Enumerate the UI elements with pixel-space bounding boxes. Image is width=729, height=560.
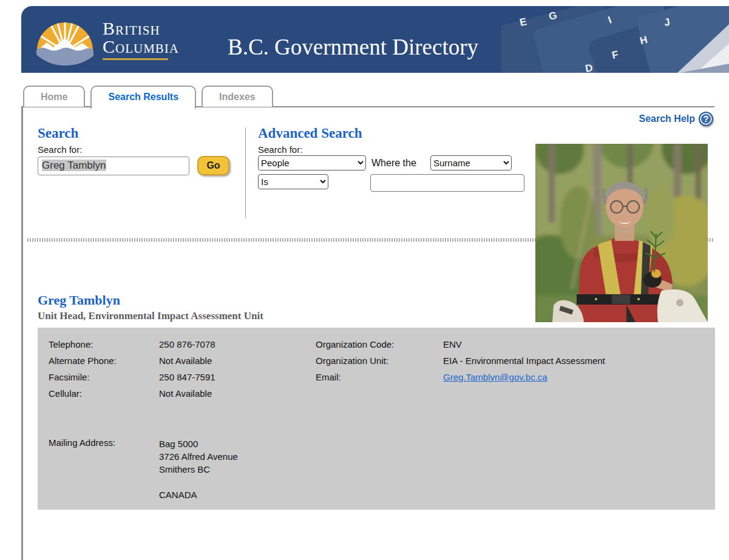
bc-logo-sunburst-icon: [35, 17, 95, 66]
logo-line-british: British: [103, 19, 179, 38]
facsimile-value: 250 847-7591: [159, 372, 215, 382]
content-left-border: [21, 107, 23, 560]
person-photo: [535, 144, 708, 322]
person-name: Greg Tamblyn: [38, 292, 120, 308]
advanced-search-for-label: Search for:: [258, 144, 302, 155]
mailing-address-block: Bag 5000 3726 Alfred Avenue Smithers BC …: [159, 437, 238, 501]
tab-search-results[interactable]: Search Results: [90, 86, 196, 109]
tab-home[interactable]: Home: [23, 86, 85, 107]
address-line: Bag 5000: [159, 437, 238, 450]
cellular-label: Cellular:: [49, 388, 82, 399]
email-link[interactable]: Greg.Tamblyn@gov.bc.ca: [443, 372, 548, 382]
org-unit-label: Organization Unit:: [316, 356, 388, 366]
address-line: 3726 Alfred Avenue: [159, 450, 238, 463]
address-country: CANADA: [159, 488, 238, 501]
search-section-heading: Search: [38, 126, 78, 141]
email-label: Email:: [316, 372, 341, 382]
alternate-phone-value: Not Available: [159, 356, 212, 366]
org-code-label: Organization Code:: [316, 339, 394, 349]
question-mark-icon[interactable]: ?: [699, 112, 713, 126]
alternate-phone-label: Alternate Phone:: [49, 356, 117, 366]
section-divider: [245, 127, 246, 218]
org-unit-value: EIA - Environmental Impact Assessment: [443, 356, 605, 366]
logo-gold-underline: [103, 58, 168, 60]
facsimile-label: Facsimile:: [49, 372, 90, 382]
index-cards-image: E G I J H F D: [501, 6, 729, 73]
page-header: British Columbia B.C. Government Directo…: [21, 6, 729, 73]
cellular-value: Not Available: [159, 388, 212, 399]
mailing-address-label: Mailing Address:: [49, 437, 115, 448]
tab-bar: Home Search Results Indexes: [23, 86, 273, 109]
tab-indexes[interactable]: Indexes: [202, 86, 273, 107]
org-code-value: ENV: [443, 339, 462, 349]
search-input[interactable]: Greg Tamblyn: [38, 157, 189, 175]
field-select[interactable]: Surname: [430, 155, 512, 170]
search-for-label: Search for:: [38, 144, 82, 155]
advanced-search-heading: Advanced Search: [258, 126, 362, 141]
where-the-label: Where the: [371, 158, 416, 169]
search-query-text: Greg Tamblyn: [42, 160, 106, 171]
operator-select[interactable]: Is: [258, 174, 328, 189]
person-job-title: Unit Head, Environmental Impact Assessme…: [38, 310, 263, 322]
search-help-label: Search Help: [639, 113, 695, 124]
telephone-label: Telephone:: [49, 339, 93, 349]
bc-government-logo: British Columbia: [35, 16, 217, 64]
go-button[interactable]: Go: [197, 156, 229, 175]
contact-info-box: Telephone: 250 876-7078 Alternate Phone:…: [38, 328, 715, 510]
search-help-link[interactable]: Search Help ?: [639, 112, 713, 126]
page-title: B.C. Government Directory: [228, 34, 478, 60]
category-select[interactable]: People: [258, 155, 366, 170]
bc-directory-page: British Columbia B.C. Government Directo…: [0, 0, 729, 560]
address-line: Smithers BC: [159, 463, 238, 476]
telephone-value: 250 876-7078: [159, 339, 215, 349]
logo-line-columbia: Columbia: [103, 38, 179, 56]
logo-wordmark: British Columbia: [103, 19, 179, 60]
advanced-value-input[interactable]: [370, 174, 524, 192]
